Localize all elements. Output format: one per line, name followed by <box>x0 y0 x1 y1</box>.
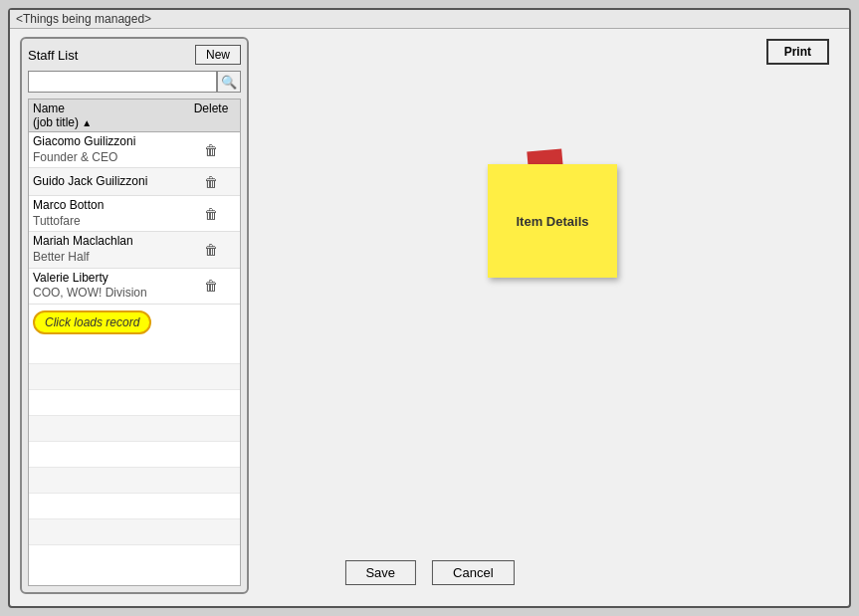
sticky-label: Item Details <box>517 214 589 229</box>
save-button[interactable]: Save <box>344 560 416 585</box>
staff-name: Valerie Liberty <box>33 271 186 287</box>
empty-row <box>29 519 240 545</box>
staff-title-sub: Better Half <box>33 250 186 266</box>
table-row[interactable]: Giacomo Guilizzoni Founder & CEO 🗑 <box>29 132 240 168</box>
col-delete-header: Delete <box>186 102 236 129</box>
col-name-label: Name <box>33 102 65 115</box>
sticky-body: Item Details <box>488 164 617 278</box>
empty-row <box>29 390 240 416</box>
print-button[interactable]: Print <box>766 39 829 65</box>
col-jobtitle-label: (job title) <box>33 115 79 129</box>
search-row: 🔍 <box>28 71 241 93</box>
staff-name: Mariah Maclachlan <box>33 234 186 250</box>
staff-title-sub: Tuttofare <box>33 214 186 230</box>
staff-title-sub: Founder & CEO <box>33 150 186 166</box>
delete-cell: 🗑 <box>186 142 236 158</box>
staff-table: Name (job title) ▲ Delete Giacomo Guiliz… <box>28 99 241 586</box>
cancel-button[interactable]: Cancel <box>432 560 514 585</box>
empty-row <box>29 364 240 390</box>
delete-button[interactable]: 🗑 <box>204 142 218 158</box>
empty-row <box>29 442 240 468</box>
staff-name: Guido Jack Guilizzoni <box>33 174 186 190</box>
staff-title: Staff List <box>28 48 78 63</box>
window-title: <Things being managed> <box>10 10 849 29</box>
sort-indicator: ▲ <box>82 117 92 128</box>
table-row[interactable]: Mariah Maclachlan Better Half 🗑 <box>29 232 240 268</box>
row-name-cell: Mariah Maclachlan Better Half <box>33 234 186 265</box>
empty-row <box>29 338 240 364</box>
delete-button[interactable]: 🗑 <box>204 174 218 190</box>
search-input[interactable] <box>28 71 217 93</box>
delete-button[interactable]: 🗑 <box>204 242 218 258</box>
empty-row <box>29 468 240 494</box>
table-row[interactable]: Guido Jack Guilizzoni 🗑 <box>29 168 240 196</box>
staff-panel: Staff List New 🔍 Name (job title) ▲ Dele… <box>20 37 249 594</box>
sticky-note: Item Details <box>488 158 617 278</box>
staff-name: Marco Botton <box>33 198 186 214</box>
search-icon: 🔍 <box>221 75 237 90</box>
bottom-buttons: Save Cancel <box>344 560 514 585</box>
table-row[interactable]: Marco Botton Tuttofare 🗑 <box>29 196 240 232</box>
empty-row <box>29 494 240 519</box>
empty-row <box>29 416 240 442</box>
table-header: Name (job title) ▲ Delete <box>29 100 240 132</box>
delete-cell: 🗑 <box>186 206 236 222</box>
annotation-row: Click loads record <box>29 307 240 338</box>
row-name-cell: Guido Jack Guilizzoni <box>33 174 186 190</box>
delete-button[interactable]: 🗑 <box>204 206 218 222</box>
row-name-cell: Valerie Liberty COO, WOW! Division <box>33 271 186 302</box>
search-button[interactable]: 🔍 <box>217 71 241 93</box>
main-window: <Things being managed> Staff List New 🔍 … <box>8 8 851 608</box>
staff-title-sub: COO, WOW! Division <box>33 286 186 302</box>
delete-cell: 🗑 <box>186 242 236 258</box>
delete-button[interactable]: 🗑 <box>204 278 218 294</box>
col-name-header: Name (job title) ▲ <box>33 102 186 129</box>
click-loads-label: Click loads record <box>33 310 151 334</box>
row-name-cell: Marco Botton Tuttofare <box>33 198 186 229</box>
content-area: Staff List New 🔍 Name (job title) ▲ Dele… <box>10 29 849 603</box>
delete-cell: 🗑 <box>186 278 236 294</box>
table-body: Giacomo Guilizzoni Founder & CEO 🗑 Guido… <box>29 132 240 584</box>
delete-cell: 🗑 <box>186 174 236 190</box>
staff-name: Giacomo Guilizzoni <box>33 134 186 150</box>
row-name-cell: Giacomo Guilizzoni Founder & CEO <box>33 134 186 165</box>
table-row[interactable]: Valerie Liberty COO, WOW! Division 🗑 <box>29 269 240 305</box>
staff-header: Staff List New <box>28 45 241 65</box>
new-button[interactable]: New <box>195 45 241 65</box>
